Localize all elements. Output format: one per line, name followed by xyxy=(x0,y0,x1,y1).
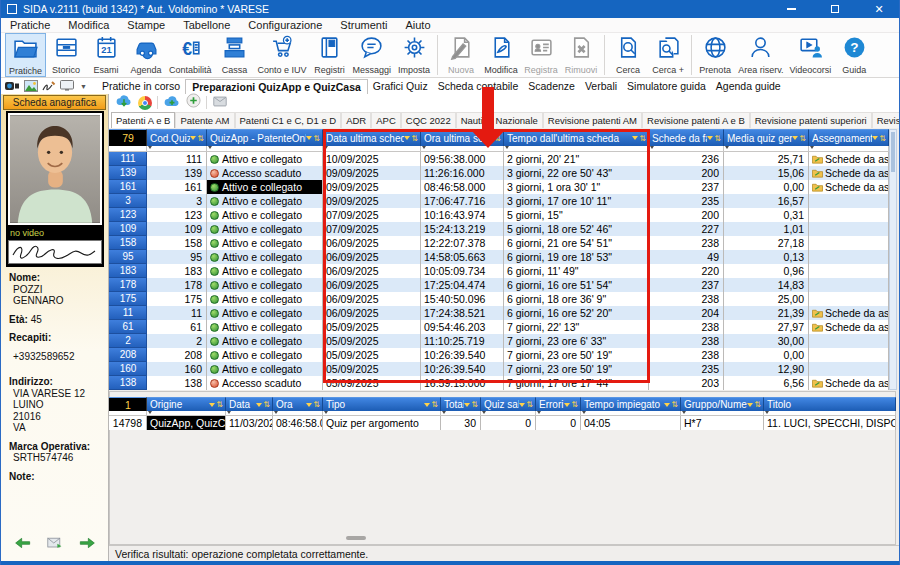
quiz-row-183[interactable]: 183183Attivo e collegato06/09/202510:05:… xyxy=(109,264,897,278)
cloud-add-icon[interactable] xyxy=(163,94,181,112)
quiz-row-138[interactable]: 138138Accesso scaduto05/09/202516:59:15.… xyxy=(109,376,897,390)
quiz-row-161[interactable]: 161161Attivo e collegato09/09/202508:46:… xyxy=(109,180,897,194)
tab-revisione-patenti-superiori[interactable]: Revisione patenti superiori xyxy=(750,112,872,128)
webcam-icon[interactable] xyxy=(5,80,20,92)
horizontal-scrollbar[interactable] xyxy=(346,536,366,540)
toolbar-button-messaggi[interactable]: Messaggi xyxy=(350,33,395,77)
results-column-errori[interactable]: Errori⇅ xyxy=(536,397,581,411)
send-mail-icon[interactable] xyxy=(212,94,228,112)
column-header-ora-ultima-scheda[interactable]: Ora ultima scheda⇅ xyxy=(421,129,504,146)
toolbar-button-videocorsi[interactable]: Videocorsi xyxy=(786,33,834,77)
filter-cell[interactable] xyxy=(724,146,809,152)
toolbar-button-conto-e-iuv[interactable]: Conto e IUV xyxy=(255,33,310,77)
results-column-tempo-impiegato[interactable]: Tempo impiegato⇅ xyxy=(581,397,681,411)
quiz-row-208[interactable]: 208208Attivo e collegato05/09/202510:26:… xyxy=(109,348,897,362)
quiz-row-109[interactable]: 109109Attivo e collegato07/09/202515:24:… xyxy=(109,222,897,236)
subtab-preparazioni-quizapp-e-quizcasa[interactable]: Preparazioni QuizApp e QuizCasa xyxy=(185,79,368,94)
subtab-scheda-contabile[interactable]: Scheda contabile xyxy=(433,80,524,92)
tab-patenti-a-e-b[interactable]: Patenti A e B xyxy=(111,112,175,128)
quiz-row-95[interactable]: 9595Attivo e collegato06/09/202514:58:05… xyxy=(109,250,897,264)
toolbar-button-storico[interactable]: Storico xyxy=(46,33,86,77)
tab-revisione-cqc[interactable]: Revisione CQC xyxy=(872,112,900,128)
results-column-origine[interactable]: Origine⇅ xyxy=(147,397,226,411)
quiz-row-139[interactable]: 139139Accesso scaduto09/09/202511:26:16.… xyxy=(109,166,897,180)
column-header-assegnamento-schede[interactable]: Assegnamento schede⇅ xyxy=(809,129,889,146)
subtab-simulatore-guida[interactable]: Simulatore guida xyxy=(622,80,711,92)
tab-cqc-2022[interactable]: CQC 2022 xyxy=(401,112,456,128)
result-row-14798[interactable]: 14798QuizApp, QuizCasa11/03/202508:46:58… xyxy=(109,416,896,430)
filter-cell[interactable] xyxy=(764,411,896,416)
close-button[interactable]: ✕ xyxy=(857,0,900,18)
quiz-row-178[interactable]: 178178Attivo e collegato06/09/202517:25:… xyxy=(109,278,897,292)
monitor-icon[interactable] xyxy=(60,80,76,92)
results-column-totale[interactable]: Totale⇅ xyxy=(441,397,481,411)
quiz-row-123[interactable]: 123123Attivo e collegato07/09/202510:16:… xyxy=(109,208,897,222)
menu-item-stampe[interactable]: Stampe xyxy=(118,18,174,33)
filter-cell[interactable] xyxy=(109,146,147,152)
filter-cell[interactable] xyxy=(226,411,273,416)
filter-cell[interactable] xyxy=(441,411,481,416)
toolbar-button-imposta[interactable]: Imposta xyxy=(394,33,434,77)
menu-item-strumenti[interactable]: Strumenti xyxy=(331,18,396,33)
menu-item-tabellone[interactable]: Tabellone xyxy=(174,18,239,33)
tab-patente-am[interactable]: Patente AM xyxy=(175,112,234,128)
filter-cell[interactable] xyxy=(504,146,649,152)
maximize-button[interactable] xyxy=(813,0,857,18)
main-table-scrollbar[interactable] xyxy=(889,129,897,390)
subtab-scadenze[interactable]: Scadenze xyxy=(523,80,580,92)
filter-cell[interactable] xyxy=(421,146,504,152)
results-column-gruppo-numero[interactable]: Gruppo/Numero⇅ xyxy=(681,397,764,411)
column-header-schede-da-fare[interactable]: Schede da fare⇅ xyxy=(649,129,724,146)
results-column-ora[interactable]: Ora⇅ xyxy=(273,397,323,411)
signature-icon[interactable] xyxy=(42,80,56,92)
tab-adr[interactable]: ADR xyxy=(341,112,371,128)
column-header-quizapp-patenteonline[interactable]: QuizApp - PatenteOnLine⇅ xyxy=(207,129,323,146)
filter-cell[interactable] xyxy=(147,146,207,152)
cloud-download-icon[interactable] xyxy=(115,94,133,112)
mail-icon[interactable] xyxy=(47,537,63,551)
minimize-button[interactable] xyxy=(769,0,813,18)
results-column-titolo[interactable]: Titolo xyxy=(764,397,896,411)
filter-cell[interactable] xyxy=(323,146,421,152)
tab-revisione-patenti-a-e-b[interactable]: Revisione patenti A e B xyxy=(642,112,750,128)
toolbar-button-cerca[interactable]: Cerca xyxy=(608,33,648,77)
filter-cell[interactable] xyxy=(109,411,147,416)
filter-cell[interactable] xyxy=(273,411,323,416)
toolbar-button-cassa[interactable]: Cassa xyxy=(215,33,255,77)
menu-item-aiuto[interactable]: Aiuto xyxy=(396,18,439,33)
dropdown-arrow-icon[interactable]: ▼ xyxy=(80,83,87,90)
quiz-row-11[interactable]: 1111Attivo e collegato06/09/202517:24:38… xyxy=(109,306,897,320)
tab-apc[interactable]: APC xyxy=(371,112,401,128)
subtab-verbali[interactable]: Verbali xyxy=(580,80,622,92)
filter-cell[interactable] xyxy=(147,411,226,416)
column-header-data-ultima-scheda[interactable]: Data ultima scheda⇅ xyxy=(323,129,421,146)
filter-cell[interactable] xyxy=(681,411,764,416)
quiz-row-160[interactable]: 160160Attivo e collegato05/09/202510:26:… xyxy=(109,362,897,376)
quiz-row-61[interactable]: 6161Attivo e collegato05/09/202509:54:46… xyxy=(109,320,897,334)
column-header-tempo-dall-ultima-scheda[interactable]: Tempo dall'ultima scheda⇅ xyxy=(504,129,649,146)
results-column-data[interactable]: Data⇅ xyxy=(226,397,273,411)
photo-icon[interactable] xyxy=(24,80,38,92)
toolbar-button-contabilit[interactable]: €Contabilità xyxy=(166,33,215,77)
toolbar-button-guida[interactable]: ?Guida xyxy=(834,33,874,77)
menu-item-configurazione[interactable]: Configurazione xyxy=(239,18,331,33)
subtab-agenda-guide[interactable]: Agenda guide xyxy=(711,80,786,92)
column-header-cod-quiz[interactable]: Cod.Quiz⇅ xyxy=(147,129,207,146)
filter-cell[interactable] xyxy=(481,411,536,416)
menu-item-pratiche[interactable]: Pratiche xyxy=(1,18,59,33)
filter-cell[interactable] xyxy=(581,411,681,416)
toolbar-button-prenota[interactable]: Prenota xyxy=(695,33,735,77)
column-header-media-quiz-generale[interactable]: Media quiz generale⇅ xyxy=(724,129,809,146)
filter-cell[interactable] xyxy=(536,411,581,416)
toolbar-button-registri[interactable]: Registri xyxy=(310,33,350,77)
filter-cell[interactable] xyxy=(207,146,323,152)
menu-item-modifica[interactable]: Modifica xyxy=(59,18,118,33)
quiz-row-111[interactable]: 111111Attivo e collegato10/09/202509:56:… xyxy=(109,152,897,166)
quiz-row-175[interactable]: 175175Attivo e collegato06/09/202515:40:… xyxy=(109,292,897,306)
toolbar-button-cerca[interactable]: Cerca + xyxy=(648,33,688,77)
quiz-row-2[interactable]: 22Attivo e collegato05/09/202511:10:25.7… xyxy=(109,334,897,348)
filter-cell[interactable] xyxy=(649,146,724,152)
tab-nautica-nazionale[interactable]: Nautica Nazionale xyxy=(456,112,543,128)
toolbar-button-nuova[interactable]: Nuova xyxy=(441,33,481,77)
subtab-grafici-quiz[interactable]: Grafici Quiz xyxy=(368,80,433,92)
